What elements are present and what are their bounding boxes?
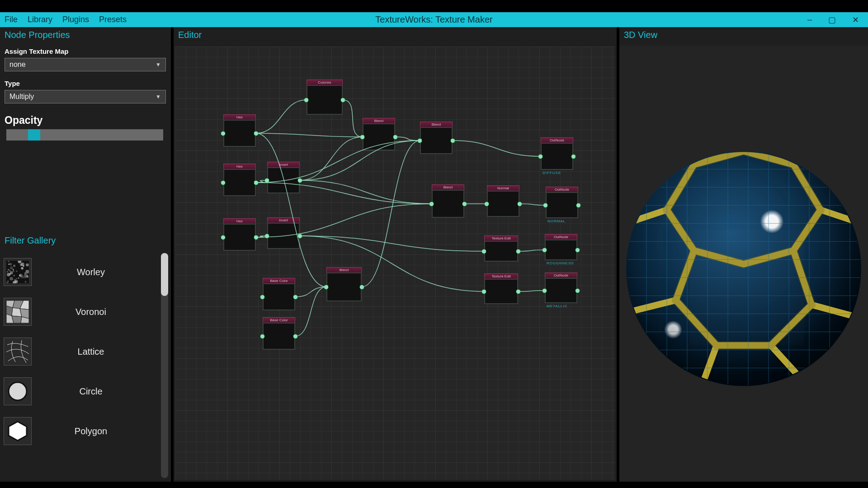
node-output-port[interactable]: [393, 135, 397, 139]
node-input-port[interactable]: [221, 131, 225, 136]
menu-presets[interactable]: Presets: [99, 15, 127, 24]
opacity-slider[interactable]: [6, 129, 163, 141]
svg-point-39: [19, 274, 21, 276]
node-preview: [484, 241, 518, 262]
node-hex1[interactable]: Hex: [223, 114, 256, 147]
editor-header: Editor: [174, 27, 617, 44]
filter-item-lattice[interactable]: Lattice: [4, 332, 159, 371]
node-input-port[interactable]: [260, 295, 264, 299]
node-editor-canvas[interactable]: ColorizeHexBlendBlendOutNodeDIFFUSEHexIn…: [175, 47, 615, 480]
node-preview: [545, 239, 577, 260]
filter-item-label: Polygon: [41, 426, 159, 436]
svg-point-29: [18, 277, 19, 279]
node-input-port[interactable]: [221, 181, 225, 185]
menu-file[interactable]: File: [5, 15, 18, 24]
node-output-port[interactable]: [451, 139, 455, 143]
type-select[interactable]: Multiply ▼: [5, 90, 166, 103]
node-colorize[interactable]: Colorize: [307, 80, 343, 115]
node-output-port[interactable]: [293, 295, 297, 299]
node-out_norm[interactable]: OutNode: [546, 187, 578, 218]
minimize-button[interactable]: –: [807, 15, 812, 25]
node-input-port[interactable]: [543, 203, 547, 207]
node-output-port[interactable]: [254, 131, 258, 136]
menu-library[interactable]: Library: [28, 15, 52, 24]
node-title: Normal: [487, 185, 519, 191]
node-base1[interactable]: Base Color: [263, 278, 295, 310]
node-output-port[interactable]: [254, 181, 258, 185]
filter-item-polygon[interactable]: Polygon: [4, 411, 159, 451]
node-output-port[interactable]: [516, 290, 520, 294]
node-input-port[interactable]: [538, 155, 542, 159]
node-output-port[interactable]: [341, 98, 345, 102]
filter-gallery-scroll-thumb[interactable]: [161, 253, 168, 296]
filter-gallery-scrollbar[interactable]: [161, 253, 168, 478]
filter-item-voronoi[interactable]: Voronoi: [4, 292, 159, 332]
assign-texture-select[interactable]: none ▼: [5, 58, 166, 71]
menu-plugins[interactable]: Plugins: [62, 15, 89, 24]
node-output-port[interactable]: [576, 289, 580, 293]
node-texedit1[interactable]: Texture Edit: [484, 235, 518, 262]
svg-point-38: [7, 271, 8, 272]
worley-icon: [4, 258, 32, 286]
svg-marker-51: [9, 422, 27, 441]
node-preview: [307, 85, 343, 115]
node-output-port[interactable]: [571, 155, 576, 159]
node-output-port[interactable]: [518, 202, 522, 206]
node-output-port[interactable]: [576, 203, 580, 207]
filter-item-circle[interactable]: Circle: [4, 371, 159, 411]
polygon-icon: [4, 417, 32, 445]
filter-item-worley[interactable]: Worley: [4, 252, 159, 292]
node-input-port[interactable]: [265, 234, 269, 238]
node-output-port[interactable]: [298, 234, 302, 238]
node-input-port[interactable]: [485, 202, 489, 206]
node-output-port[interactable]: [254, 235, 258, 239]
node-blend1[interactable]: Blend: [363, 118, 395, 150]
svg-point-22: [16, 270, 18, 272]
node-output-port[interactable]: [462, 202, 467, 206]
node-input-port[interactable]: [482, 249, 486, 253]
node-input-port[interactable]: [324, 285, 328, 289]
opacity-slider-thumb[interactable]: [28, 129, 40, 141]
node-output-port[interactable]: [576, 248, 580, 252]
node-hex3[interactable]: Hex: [223, 218, 256, 251]
node-input-port[interactable]: [304, 98, 308, 102]
node-invert1[interactable]: Invert: [267, 162, 300, 193]
node-preview: [484, 279, 518, 304]
node-input-port[interactable]: [265, 178, 269, 183]
node-output-port[interactable]: [516, 249, 520, 253]
svg-point-26: [16, 278, 17, 280]
node-output-port[interactable]: [298, 178, 302, 183]
node-output-port[interactable]: [293, 334, 297, 338]
node-out_rough[interactable]: OutNode: [545, 234, 577, 260]
node-texedit2[interactable]: Texture Edit: [484, 273, 518, 304]
app-title: TextureWorks: Texture Maker: [375, 14, 492, 25]
node-input-port[interactable]: [542, 289, 547, 293]
node-out_diff[interactable]: OutNode: [541, 137, 573, 170]
node-input-port[interactable]: [260, 334, 264, 338]
svg-point-2: [10, 267, 13, 270]
node-base2[interactable]: Base Color: [263, 317, 295, 350]
node-blend3[interactable]: Blend: [432, 184, 464, 218]
maximize-button[interactable]: ▢: [828, 15, 836, 25]
node-output-port[interactable]: [360, 285, 364, 289]
close-button[interactable]: ✕: [852, 15, 859, 25]
node-input-port[interactable]: [360, 135, 364, 139]
svg-point-19: [13, 271, 14, 272]
node-invert2[interactable]: Invert: [267, 217, 300, 249]
node-out_metal[interactable]: OutNode: [545, 272, 577, 303]
node-input-port[interactable]: [429, 202, 434, 206]
assign-texture-value: none: [9, 61, 26, 69]
node-hex2[interactable]: Hex: [223, 164, 256, 196]
viewport-3d[interactable]: [619, 46, 868, 482]
node-normal[interactable]: Normal: [487, 185, 519, 217]
node-title: Texture Edit: [484, 235, 518, 241]
node-input-port[interactable]: [482, 290, 486, 294]
node-blend4[interactable]: Blend: [326, 267, 362, 301]
node-input-port[interactable]: [221, 235, 225, 239]
node-preview: [223, 120, 256, 147]
node-blend2[interactable]: Blend: [420, 122, 453, 154]
svg-point-28: [16, 282, 17, 282]
filter-gallery-panel: WorleyVoronoiLatticeCirclePolygon: [0, 249, 171, 482]
node-input-port[interactable]: [418, 139, 422, 143]
node-input-port[interactable]: [542, 248, 547, 252]
